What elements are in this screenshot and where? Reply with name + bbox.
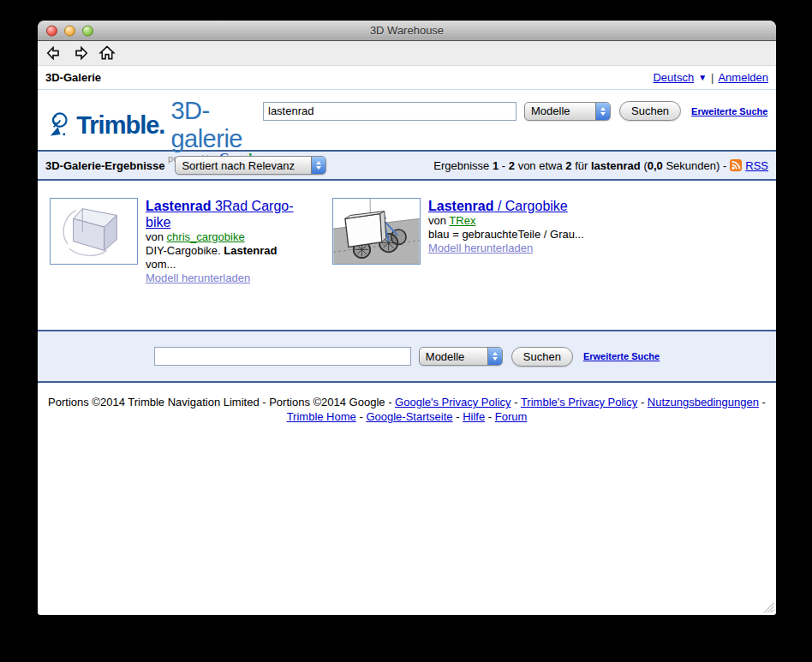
home-icon[interactable] [99,45,116,62]
logo-search-row: Trimble. 3D-galerie powered by Google Mo… [38,90,776,150]
top-search-controls: Modelle Suchen Erweiterte Suche [260,101,767,121]
select-arrows-icon [487,348,502,365]
trimble-privacy-link[interactable]: Trimble's Privacy Policy [521,396,637,409]
zoom-button[interactable] [82,25,93,36]
window-title: 3D Warehouse [370,24,444,37]
trimble-logo-icon [45,107,73,143]
result-title-link[interactable]: Lastenrad 3Rad Cargo-bike [146,199,294,230]
browser-window: 3D Warehouse 3D-Galerie Deutsch ▼ | Anme… [38,21,776,615]
result-description: DIY-Cargobike. Lastenrad vom... [146,244,305,271]
author-link[interactable]: TRex [449,214,475,227]
header-divider: | [711,71,713,84]
logo-block: Trimble. 3D-galerie powered by Google [45,97,260,165]
google-privacy-link[interactable]: Google's Privacy Policy [395,396,510,409]
result-item: Lastenrad / Cargobike von TRex blau = ge… [332,198,600,330]
help-link[interactable]: Hilfe [463,410,485,423]
trimble-wordmark: Trimble. [76,111,164,140]
select-arrows-icon [311,157,325,174]
resize-grip[interactable] [763,602,774,613]
forward-icon[interactable] [72,45,89,62]
product-name: 3D-galerie [170,97,260,153]
search-input[interactable] [263,102,516,121]
results-heading: 3D-Galerie-Ergebnisse [45,159,164,172]
result-author-line: von TRex [428,214,588,228]
google-home-link[interactable]: Google-Startseite [366,410,452,423]
rss-link[interactable]: RSS [745,159,768,172]
result-details: Lastenrad 3Rad Cargo-bike von chris_carg… [146,198,305,330]
result-title-link[interactable]: Lastenrad / Cargobike [428,199,568,213]
results-stats: Ergebnisse 1 - 2 von etwa 2 für lastenra… [433,159,768,172]
minimize-button[interactable] [64,25,75,36]
category-select[interactable]: Modelle [524,102,611,121]
advanced-search-link-bottom[interactable]: Erweiterte Suche [583,351,660,361]
search-button[interactable]: Suchen [619,101,681,121]
traffic-lights [46,25,93,36]
browser-toolbar [38,41,776,66]
select-arrows-icon [595,103,610,120]
page-header: 3D-Galerie Deutsch ▼ | Anmelden [38,66,776,90]
header-links: Deutsch ▼ | Anmelden [653,71,768,84]
search-button-bottom[interactable]: Suchen [511,347,573,367]
search-input-bottom[interactable] [154,347,411,366]
results-area: Lastenrad 3Rad Cargo-bike von chris_carg… [38,181,776,330]
result-description: blau = gebrauchteTeile / Grau... [428,228,588,242]
titlebar[interactable]: 3D Warehouse [38,21,776,41]
bottom-search-band: Modelle Suchen Erweiterte Suche [38,330,776,383]
terms-link[interactable]: Nutzungsbedingungen [648,396,759,409]
result-details: Lastenrad / Cargobike von TRex blau = ge… [428,198,588,330]
footer: Portions ©2014 Trimble Navigation Limite… [38,395,776,424]
back-icon[interactable] [45,45,63,62]
footer-copyright: Portions ©2014 Trimble Navigation Limite… [48,396,391,409]
result-author-line: von chris_cargobike [146,230,305,244]
close-button[interactable] [46,25,57,36]
advanced-search-link[interactable]: Erweiterte Suche [691,106,767,116]
result-item: Lastenrad 3Rad Cargo-bike von chris_carg… [50,198,317,330]
result-thumbnail[interactable] [332,198,421,265]
forum-link[interactable]: Forum [495,410,528,423]
download-link[interactable]: Modell herunterladen [428,242,533,254]
result-thumbnail[interactable] [50,198,138,265]
language-link[interactable]: Deutsch [653,71,694,84]
signin-link[interactable]: Anmelden [718,71,768,84]
rss-icon[interactable] [730,159,742,171]
category-select-bottom[interactable]: Modelle [419,347,503,366]
download-link[interactable]: Modell herunterladen [146,271,250,284]
author-link[interactable]: chris_cargobike [167,230,245,243]
sort-select[interactable]: Sortiert nach Relevanz [175,156,326,175]
trimble-home-link[interactable]: Trimble Home [287,410,356,423]
page-title: 3D-Galerie [45,71,101,84]
language-dropdown-caret-icon[interactable]: ▼ [698,73,707,82]
